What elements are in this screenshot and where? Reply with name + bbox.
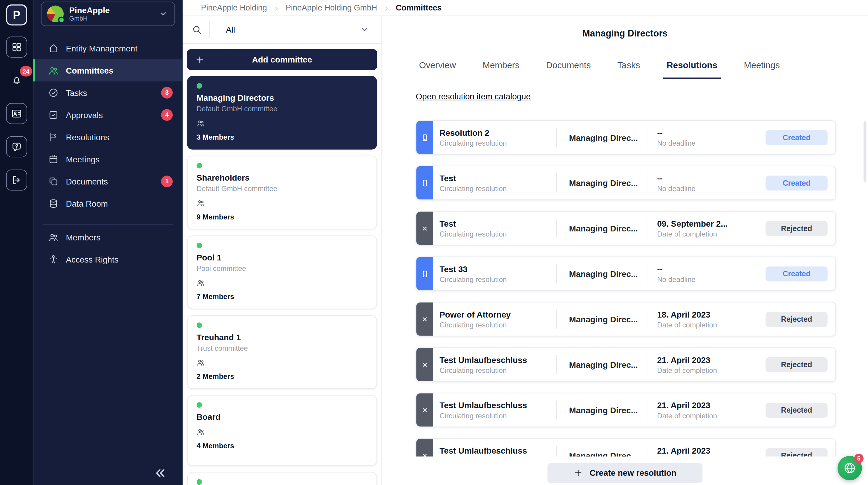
committee-card[interactable]: ShareholdersDefault GmbH committee9 Memb… bbox=[187, 156, 377, 229]
breadcrumb-item[interactable]: PineApple Holding bbox=[201, 3, 267, 12]
sidebar-item-label: Tasks bbox=[66, 88, 87, 97]
sidebar-item-committees[interactable]: Committees bbox=[33, 59, 183, 81]
sidebar-item-documents[interactable]: Documents1 bbox=[33, 170, 183, 192]
sidebar-item-label: Data Room bbox=[66, 199, 108, 208]
app-logo[interactable]: P bbox=[6, 4, 27, 25]
users-icon bbox=[196, 199, 205, 207]
sidebar-item-tasks[interactable]: Tasks3 bbox=[33, 81, 183, 104]
calendar-icon bbox=[48, 154, 59, 164]
resolution-type: Circulating resolution bbox=[439, 411, 556, 420]
database-icon bbox=[48, 198, 59, 208]
resolution-date: 21. April 2023 bbox=[657, 400, 766, 410]
app: P 24 PineApple GmbH Entity ManagementCom… bbox=[0, 0, 868, 485]
entity-name: PineApple bbox=[69, 5, 110, 15]
sidebar-item-label: Documents bbox=[66, 176, 108, 186]
resolution-title: Resolution 2 bbox=[439, 128, 556, 137]
count-badge: 4 bbox=[161, 109, 173, 120]
bell-icon bbox=[11, 75, 22, 86]
committee-card[interactable]: Board4 Members bbox=[187, 395, 377, 466]
sidebar-collapse-button[interactable] bbox=[153, 466, 168, 481]
committee-card-partial[interactable] bbox=[187, 472, 377, 485]
scrollbar-thumb[interactable] bbox=[864, 121, 866, 182]
resolution-row[interactable]: Test UmlaufbeschlussCirculating resoluti… bbox=[415, 347, 836, 382]
add-committee-button[interactable]: Add committee bbox=[187, 49, 377, 70]
sidebar-item-label: Meetings bbox=[66, 154, 99, 164]
sidebar-item-approvals[interactable]: Approvals4 bbox=[33, 104, 183, 125]
resolution-committee: Managing Direc... bbox=[557, 405, 648, 415]
resolution-row[interactable]: Resolution 2Circulating resolutionManagi… bbox=[415, 120, 836, 154]
tab-resolutions[interactable]: Resolutions bbox=[663, 60, 721, 79]
chevron-right-icon: › bbox=[385, 3, 388, 12]
support-globe-button[interactable]: 5 bbox=[838, 456, 862, 480]
signout-button[interactable] bbox=[6, 170, 27, 191]
committee-filter-dropdown[interactable]: All bbox=[183, 16, 381, 44]
sidebar-item-meetings[interactable]: Meetings bbox=[33, 148, 183, 170]
status-dot bbox=[196, 479, 202, 485]
resolution-row[interactable]: TestCirculating resolutionManaging Direc… bbox=[415, 211, 836, 246]
sidebar-item-entity-management[interactable]: Entity Management bbox=[33, 37, 183, 59]
tab-tasks[interactable]: Tasks bbox=[614, 60, 643, 79]
entity-selector[interactable]: PineApple GmbH bbox=[41, 2, 175, 26]
resolution-date: 21. April 2023 bbox=[657, 355, 766, 364]
status-dot bbox=[196, 402, 202, 408]
help-button[interactable] bbox=[6, 136, 27, 157]
resolution-title: Test bbox=[439, 173, 556, 182]
breadcrumb-item[interactable]: Committees bbox=[396, 3, 442, 12]
add-committee-label: Add committee bbox=[252, 55, 312, 64]
status-dot bbox=[196, 242, 202, 248]
count-badge: 1 bbox=[161, 175, 173, 187]
users-icon bbox=[48, 65, 59, 76]
resolution-row[interactable]: Test 33Circulating resolutionManaging Di… bbox=[415, 257, 836, 291]
sidebar-item-access-rights[interactable]: Access Rights bbox=[33, 248, 183, 270]
resolution-date-block: 21. April 2023Date of completion bbox=[648, 400, 766, 420]
resolution-date-block: 18. April 2023Date of completion bbox=[648, 310, 766, 329]
dashboard-icon bbox=[11, 41, 22, 53]
resolution-date: -- bbox=[657, 173, 766, 182]
sign-out-icon bbox=[11, 175, 22, 186]
resolution-row[interactable]: Test UmlaufbeschlussCirculating resoluti… bbox=[415, 393, 836, 427]
tab-meetings[interactable]: Meetings bbox=[740, 60, 783, 79]
resolution-title-block: Test 33Circulating resolution bbox=[433, 264, 556, 283]
icon-rail: P 24 bbox=[0, 0, 33, 485]
tab-documents[interactable]: Documents bbox=[542, 60, 594, 79]
chevron-right-icon: › bbox=[275, 3, 278, 12]
sidebar-item-data-room[interactable]: Data Room bbox=[33, 192, 183, 215]
resolution-date-block: --No deadline bbox=[648, 264, 766, 283]
dashboard-button[interactable] bbox=[6, 36, 27, 57]
check-square-icon bbox=[48, 109, 59, 120]
resolution-type: Circulating resolution bbox=[439, 275, 556, 283]
resolution-title: Test Umlaufbeschluss bbox=[439, 355, 556, 364]
resolution-title: Test 33 bbox=[439, 264, 556, 273]
committee-card[interactable]: Managing DirectorsDefault GmbH committee… bbox=[187, 76, 377, 149]
resolution-date: 09. September 2... bbox=[657, 219, 766, 228]
contacts-button[interactable] bbox=[6, 103, 27, 124]
committee-subtitle: Default GmbH committee bbox=[196, 184, 368, 193]
chevron-down-icon bbox=[360, 25, 369, 34]
notifications-button[interactable]: 24 bbox=[6, 70, 27, 91]
resolution-date: -- bbox=[657, 264, 766, 273]
create-new-resolution-button[interactable]: Create new resolution bbox=[548, 463, 703, 483]
breadcrumb-item[interactable]: PineApple Holding GmbH bbox=[286, 3, 377, 12]
committee-card[interactable]: Pool 1Pool committee7 Members bbox=[187, 235, 377, 309]
tab-overview[interactable]: Overview bbox=[415, 60, 459, 79]
resolution-title-block: Resolution 2Circulating resolution bbox=[433, 128, 556, 147]
resolution-date: -- bbox=[657, 128, 766, 137]
flag-icon bbox=[48, 132, 59, 142]
sidebar-nav-primary: Entity ManagementCommitteesTasks3Approva… bbox=[33, 37, 183, 215]
status-badge: Rejected bbox=[766, 312, 827, 326]
sidebar-item-label: Approvals bbox=[66, 110, 103, 119]
users-icon bbox=[48, 232, 59, 242]
sidebar-item-members[interactable]: Members bbox=[33, 226, 183, 248]
main-header: Managing Directors bbox=[382, 16, 868, 51]
resolution-row[interactable]: TestCirculating resolutionManaging Direc… bbox=[415, 166, 836, 200]
create-new-resolution-label: Create new resolution bbox=[590, 468, 676, 478]
rejected-x-icon bbox=[416, 393, 433, 426]
sidebar-item-label: Members bbox=[66, 232, 100, 241]
tab-members[interactable]: Members bbox=[479, 60, 523, 79]
committee-card[interactable]: Treuhand 1Trust committee2 Members bbox=[187, 315, 377, 389]
sidebar-item-resolutions[interactable]: Resolutions bbox=[33, 126, 183, 148]
resolution-row[interactable]: Power of AttorneyCirculating resolutionM… bbox=[415, 302, 836, 336]
committee-name: Managing Directors bbox=[196, 93, 368, 102]
open-resolution-catalogue-link[interactable]: Open resolution item catalogue bbox=[415, 91, 531, 101]
status-badge: Created bbox=[766, 130, 827, 145]
